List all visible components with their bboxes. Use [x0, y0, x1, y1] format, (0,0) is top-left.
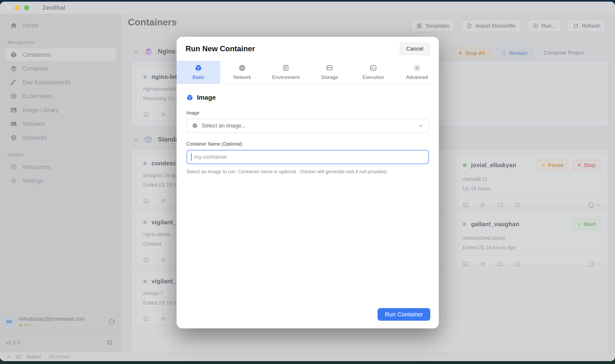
play-circle-icon [533, 23, 538, 29]
tab-execution[interactable]: Execution [351, 61, 395, 84]
sidebar-item-home[interactable]: Home [5, 19, 116, 32]
globe-icon [238, 64, 246, 72]
run-button[interactable]: Run... [527, 20, 561, 32]
stop-all-button[interactable]: Stop All [453, 47, 490, 59]
output-statusbar[interactable]: Output 26 entries [0, 352, 615, 361]
status-dot [143, 75, 147, 79]
image-select[interactable]: Select an image... [186, 118, 429, 133]
stop-button[interactable]: Stop [573, 160, 601, 170]
collapse-group-icon[interactable] [133, 136, 139, 143]
more-actions-button[interactable] [588, 260, 601, 267]
container-card[interactable]: gallant_vaughan Start memcached:alpine E… [456, 212, 608, 265]
image-icon [10, 106, 17, 114]
logs-icon[interactable] [160, 316, 167, 322]
sidebar-item-dev-environments[interactable]: Dev Environments [5, 76, 116, 89]
sidebar-item-volumes[interactable]: Volumes [5, 117, 116, 130]
sidebar-item-resources[interactable]: Resources [5, 161, 116, 173]
container-image: mariadb:11 [463, 176, 601, 182]
modal-header: Run New Container Cancel [177, 37, 439, 61]
status-dot [143, 279, 147, 283]
exec-terminal-icon[interactable] [143, 198, 150, 204]
ship-wheel-icon [10, 93, 17, 100]
chevron-down-icon [596, 203, 601, 207]
refresh-icon [502, 51, 506, 55]
start-button[interactable]: Start [572, 219, 601, 229]
ellipsis-circle-icon [588, 202, 595, 208]
chevron-down-icon [596, 262, 601, 266]
files-icon[interactable] [497, 202, 503, 208]
user-account-row[interactable]: MP mihaiburlac@protonmail.com ★ Pro [0, 312, 122, 331]
exec-terminal-icon[interactable] [143, 111, 150, 118]
sidebar-section-system: System [7, 152, 116, 157]
exec-terminal-icon[interactable] [463, 202, 469, 208]
sidebar-item-settings[interactable]: Settings [5, 174, 116, 187]
sidebar-item-kubernetes[interactable]: Kubernetes [5, 90, 116, 103]
logs-icon[interactable] [160, 111, 167, 118]
star-icon: ★ [19, 323, 23, 328]
sidebar-item-containers[interactable]: Containers [5, 48, 116, 61]
output-label: Output [26, 354, 41, 360]
logs-icon[interactable] [160, 257, 167, 263]
tab-storage[interactable]: Storage [308, 61, 351, 84]
close-window-button[interactable] [6, 5, 11, 10]
sidebar-item-image-library[interactable]: Image Library [5, 104, 116, 116]
refresh-button[interactable]: Refresh [567, 20, 606, 32]
restart-button[interactable]: Restart [496, 47, 533, 59]
card-divider [463, 196, 601, 197]
collapse-group-icon[interactable] [133, 48, 139, 54]
sidebar-item-label: Resources [22, 164, 51, 170]
file-plus-icon [467, 23, 472, 29]
templates-button[interactable]: Templates [411, 20, 455, 32]
terminal-button[interactable] [104, 338, 115, 347]
cube-icon [192, 123, 198, 129]
output-entries-count: 26 entries [48, 354, 70, 360]
terminal-icon [16, 354, 21, 359]
drive-icon [10, 120, 17, 127]
files-icon[interactable] [497, 261, 503, 267]
cancel-button[interactable]: Cancel [400, 42, 430, 55]
chevron-down-icon [418, 123, 423, 128]
layers-icon [10, 65, 17, 72]
modal-title: Run New Container [185, 45, 255, 53]
tab-environment[interactable]: Environment [264, 61, 308, 84]
logs-icon[interactable] [480, 202, 486, 208]
status-dot [143, 221, 147, 224]
modal-body: Image Image Select an image... Container… [177, 84, 439, 184]
import-dockerfile-button[interactable]: Import Dockerfile [461, 20, 521, 32]
more-actions-button[interactable] [588, 202, 601, 208]
hard-drive-icon [326, 64, 333, 72]
container-image: memcached:alpine [463, 235, 601, 241]
package-icon [10, 51, 17, 58]
gear-icon [10, 177, 17, 184]
sync-account-icon[interactable] [108, 318, 115, 325]
app-title: Zenithal [42, 4, 65, 11]
pause-button[interactable]: Pause [537, 160, 569, 170]
exec-terminal-icon[interactable] [143, 316, 150, 322]
minimize-window-button[interactable] [15, 5, 20, 10]
run-container-button[interactable]: Run Container [377, 308, 430, 321]
sidebar-divider [6, 333, 116, 333]
image-select-placeholder: Select an image... [202, 123, 414, 129]
exec-terminal-icon[interactable] [463, 261, 469, 267]
stop-icon [577, 163, 581, 167]
pause-icon [542, 163, 545, 167]
tab-network[interactable]: Network [220, 61, 264, 84]
run-new-container-modal: Run New Container Cancel Basic Network E… [177, 37, 439, 328]
chevron-up-icon[interactable] [6, 354, 11, 359]
sidebar-item-label: Home [22, 22, 38, 29]
zoom-window-button[interactable] [24, 5, 29, 10]
sidebar-item-networks[interactable]: Networks [5, 131, 116, 144]
tab-basic[interactable]: Basic [177, 61, 220, 84]
logs-icon[interactable] [480, 261, 486, 267]
status-dot [143, 161, 147, 165]
container-card[interactable]: jovial_elbakyan Pause Stop mariadb:11 Up… [456, 154, 608, 206]
logs-icon[interactable] [160, 198, 167, 204]
tab-advanced[interactable]: Advanced [395, 61, 439, 84]
info-icon[interactable] [515, 261, 521, 267]
info-icon[interactable] [515, 202, 521, 208]
header-actions: Templates Import Dockerfile Run... Refre… [411, 20, 606, 32]
container-status: Up 19 hours [463, 186, 601, 192]
container-name-input[interactable] [192, 151, 428, 163]
sidebar-item-compose[interactable]: Compose [5, 62, 116, 75]
exec-terminal-icon[interactable] [143, 257, 150, 263]
